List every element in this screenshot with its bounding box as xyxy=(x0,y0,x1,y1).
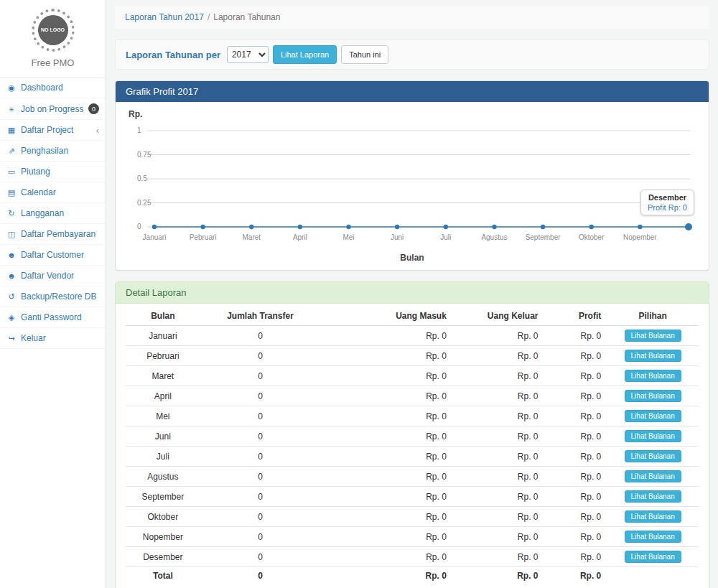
year-select[interactable]: 2017 xyxy=(227,46,269,63)
svg-text:0.5: 0.5 xyxy=(137,174,147,182)
chart-y-axis-title: Rp. xyxy=(129,109,701,119)
lihat-bulanan-button[interactable]: Lihat Bulanan xyxy=(625,450,681,462)
table-cell: Rp. 0 xyxy=(452,527,544,547)
sidebar-item-label: Dashboard xyxy=(21,83,99,93)
lihat-bulanan-button[interactable]: Lihat Bulanan xyxy=(625,390,681,402)
action-cell: Lihat Bulanan xyxy=(607,366,699,386)
action-cell: Lihat Bulanan xyxy=(607,426,699,447)
table-cell: 0 xyxy=(200,406,321,426)
table-cell: Maret xyxy=(126,366,200,386)
table-cell: Juli xyxy=(126,447,200,467)
action-cell: Lihat Bulanan xyxy=(607,547,699,567)
sidebar-item-ganti-password[interactable]: ◈Ganti Password xyxy=(0,307,106,328)
table-cell: 0 xyxy=(200,326,321,346)
detail-laporan-panel: Detail Laporan BulanJumlah TransferUang … xyxy=(115,281,709,588)
svg-text:0: 0 xyxy=(137,223,141,230)
empty-cell xyxy=(607,567,699,585)
table-cell: Rp. 0 xyxy=(320,346,452,366)
lock-icon: ◈ xyxy=(6,313,17,322)
sidebar-item-dashboard[interactable]: ◉Dashboard xyxy=(0,78,106,98)
sidebar-item-label: Daftar Project xyxy=(21,125,92,135)
table-cell: April xyxy=(126,386,200,406)
lihat-bulanan-button[interactable]: Lihat Bulanan xyxy=(625,470,681,482)
sidebar-item-daftar-pembayaran[interactable]: ◫Daftar Pembayaran xyxy=(0,224,106,245)
table-cell: 0 xyxy=(200,467,321,487)
sidebar-item-job-on-progress[interactable]: ≡Job on Progress0 xyxy=(0,98,106,120)
column-header: Profit xyxy=(544,307,607,326)
table-row: September0Rp. 0Rp. 0Rp. 0Lihat Bulanan xyxy=(126,487,699,507)
filter-label: Laporan Tahunan per xyxy=(126,50,220,60)
lihat-bulanan-button[interactable]: Lihat Bulanan xyxy=(625,490,681,503)
lihat-bulanan-button[interactable]: Lihat Bulanan xyxy=(625,370,681,382)
users-icon: ☻ xyxy=(6,251,17,259)
total-row: Total0Rp. 0Rp. 0Rp. 0 xyxy=(126,567,699,585)
sidebar-item-daftar-project[interactable]: ▦Daftar Project‹ xyxy=(0,120,106,141)
table-cell: Rp. 0 xyxy=(544,527,607,547)
total-cell: Rp. 0 xyxy=(452,567,544,585)
chart-tooltip: Desember Profit Rp: 0 xyxy=(640,190,694,215)
action-cell: Lihat Bulanan xyxy=(607,406,699,426)
breadcrumb: Laporan Tahun 2017/Laporan Tahunan xyxy=(115,6,709,29)
svg-text:Agustus: Agustus xyxy=(481,233,507,241)
total-cell: Total xyxy=(126,567,200,585)
lihat-bulanan-button[interactable]: Lihat Bulanan xyxy=(625,330,681,342)
lihat-bulanan-button[interactable]: Lihat Bulanan xyxy=(625,551,681,563)
sidebar-item-daftar-vendor[interactable]: ☻Daftar Vendor xyxy=(0,266,106,286)
lihat-bulanan-button[interactable]: Lihat Bulanan xyxy=(625,510,681,523)
action-cell: Lihat Bulanan xyxy=(607,386,699,406)
table-cell: September xyxy=(126,487,200,507)
lihat-bulanan-button[interactable]: Lihat Bulanan xyxy=(625,350,681,362)
sidebar-item-label: Piutang xyxy=(21,167,99,177)
sidebar-item-penghasilan[interactable]: ⇗Penghasilan xyxy=(0,141,106,162)
svg-text:Pebruari: Pebruari xyxy=(190,233,217,241)
table-row: Pebruari0Rp. 0Rp. 0Rp. 0Lihat Bulanan xyxy=(126,346,699,366)
action-cell: Lihat Bulanan xyxy=(607,467,699,487)
table-cell: Rp. 0 xyxy=(452,467,544,487)
sidebar-item-daftar-customer[interactable]: ☻Daftar Customer xyxy=(0,245,106,266)
lihat-bulanan-button[interactable]: Lihat Bulanan xyxy=(625,410,681,422)
table-cell: Juni xyxy=(126,426,200,447)
lihat-bulanan-button[interactable]: Lihat Bulanan xyxy=(625,531,681,543)
sidebar-item-keluar[interactable]: ↪Keluar xyxy=(0,328,106,349)
chart-x-axis-title: Bulan xyxy=(123,253,701,270)
breadcrumb-link-laporan-tahun[interactable]: Laporan Tahun 2017 xyxy=(125,12,204,22)
svg-text:Januari: Januari xyxy=(143,233,167,241)
table-cell: Oktober xyxy=(126,507,200,527)
sidebar-item-label: Daftar Vendor xyxy=(21,271,99,281)
repeat-icon: ↻ xyxy=(6,209,17,218)
column-header: Jumlah Transfer xyxy=(200,307,321,326)
sidebar-item-piutang[interactable]: ▭Piutang xyxy=(0,162,106,182)
lihat-laporan-button[interactable]: Lihat Laporan xyxy=(273,45,337,64)
total-cell: Rp. 0 xyxy=(544,567,607,585)
chevron-left-icon: ‹ xyxy=(96,126,99,135)
brand: NO LOGO Free PMO xyxy=(0,0,106,77)
svg-text:1: 1 xyxy=(137,126,141,134)
no-logo-seal: NO LOGO xyxy=(38,15,68,45)
sidebar-item-label: Langganan xyxy=(21,208,99,218)
total-cell: Rp. 0 xyxy=(320,567,452,585)
action-cell: Lihat Bulanan xyxy=(607,326,699,346)
brand-name: Free PMO xyxy=(0,57,106,68)
svg-text:Juni: Juni xyxy=(391,233,404,241)
table-row: Januari0Rp. 0Rp. 0Rp. 0Lihat Bulanan xyxy=(126,326,699,346)
table-cell: Rp. 0 xyxy=(452,487,544,507)
table-cell: Rp. 0 xyxy=(452,447,544,467)
refresh-icon: ↺ xyxy=(6,292,17,302)
sidebar-item-label: Keluar xyxy=(21,333,99,343)
tahun-ini-button[interactable]: Tahun ini xyxy=(341,45,388,64)
sidebar-item-label: Daftar Customer xyxy=(21,250,99,260)
sidebar-item-backup-restore-db[interactable]: ↺Backup/Restore DB xyxy=(0,286,106,307)
table-cell: 0 xyxy=(200,386,321,406)
sidebar-item-langganan[interactable]: ↻Langganan xyxy=(0,203,106,224)
table-cell: 0 xyxy=(200,426,321,447)
column-header: Uang Masuk xyxy=(320,307,452,326)
app-logo: NO LOGO xyxy=(32,9,75,52)
table-cell: Rp. 0 xyxy=(320,507,452,527)
lihat-bulanan-button[interactable]: Lihat Bulanan xyxy=(625,430,681,442)
main-content: Laporan Tahun 2017/Laporan Tahunan Lapor… xyxy=(106,0,718,588)
sidebar-item-calendar[interactable]: ▤Calendar xyxy=(0,182,106,203)
count-badge: 0 xyxy=(88,103,99,114)
svg-text:Mei: Mei xyxy=(342,233,354,241)
sidebar-item-label: Ganti Password xyxy=(21,312,99,322)
breadcrumb-current: Laporan Tahunan xyxy=(213,12,280,22)
